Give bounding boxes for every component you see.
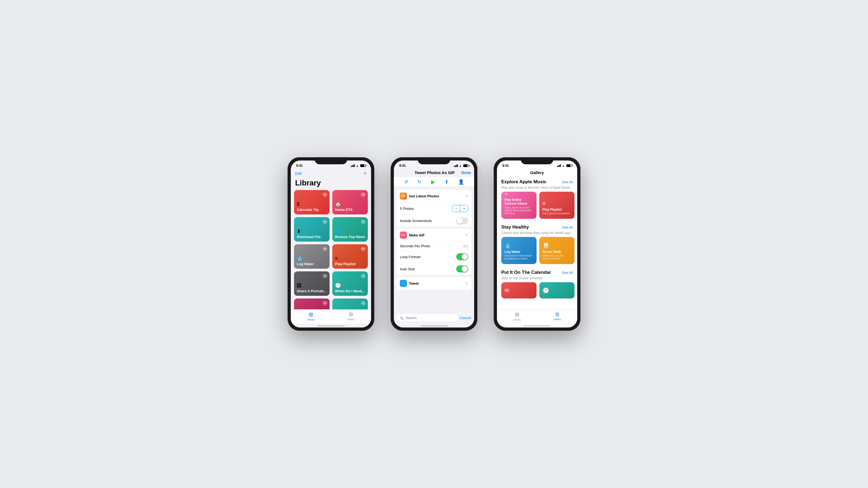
redo-button[interactable]: ↻ (417, 179, 422, 185)
grid-item-download-file[interactable]: ••• ⬇ Download File (294, 217, 330, 241)
grid-item-log-water[interactable]: ••• 💧 Log Water (294, 244, 330, 269)
stepper-minus[interactable]: − (453, 205, 460, 212)
library-screen: 9:41 ▲ Edit + Library (291, 161, 371, 327)
stepper-plus[interactable]: + (460, 205, 468, 212)
home-bar (317, 325, 344, 326)
notch (315, 157, 347, 164)
seconds-per-photo-row: Seconds Per Photo 0.2 (397, 241, 471, 251)
tab-library-gallery-label: Library (513, 318, 521, 321)
log-water-gallery-title: Log Water (504, 250, 533, 254)
make-gif-title: Make GIF (409, 233, 425, 237)
gallery-card-log-water[interactable]: 💧 Log Water Keep track of daily intake b… (501, 237, 536, 264)
action-header-make-gif: GIF Make GIF ✕ (397, 229, 471, 241)
apple-music-see-all[interactable]: See All (562, 180, 573, 184)
include-screenshots-label: Include Screenshots (400, 219, 432, 223)
play-playlist-gallery-title: Play Playlist (542, 208, 571, 212)
loop-forever-row: Loop Forever (397, 251, 471, 263)
gallery-card-clock[interactable]: 🕐 (539, 282, 575, 298)
notch-3 (521, 157, 553, 164)
tab-gallery-label: Gallery (347, 318, 355, 321)
search-input[interactable] (405, 316, 455, 320)
more-btn-calculate-tip[interactable]: ••• (322, 192, 328, 197)
photos-stepper[interactable]: − + (452, 205, 468, 212)
tab-library-gallery-screen[interactable]: ⊞ Library (497, 311, 537, 321)
calendar-title: Put It On The Calendar (501, 270, 551, 275)
iphone-gallery: 9:41 ▲ Gallery (494, 157, 581, 331)
cancel-button[interactable]: Cancel (460, 316, 471, 320)
play-playlist-gallery-icon: ≡ (542, 200, 571, 206)
wifi-icon: ▲ (356, 164, 359, 167)
more-btn-aww[interactable]: ••• (322, 301, 328, 305)
more-btn-laundry[interactable]: ••• (361, 301, 366, 305)
tab-library-label: Library (307, 318, 315, 321)
grid-item-home-eta[interactable]: ••• 🏠 Home ETA (332, 190, 368, 215)
play-button[interactable]: ▶ (431, 178, 435, 185)
gallery-card-brush-teeth[interactable]: 🦷 Brush Teeth Make sure you add minutes … (539, 237, 575, 264)
loop-forever-toggle[interactable] (456, 253, 468, 260)
grid-item-when-do-i-need[interactable]: ••• 🕐 When Do I Need... (332, 271, 368, 296)
more-btn-when[interactable]: ••• (361, 273, 366, 279)
add-button[interactable]: + (364, 170, 367, 176)
signal-icon-3 (557, 164, 561, 167)
seconds-per-photo-label: Seconds Per Photo (400, 244, 430, 248)
grid-item-aww[interactable]: ••• ❤ Aww (294, 298, 330, 310)
apple-music-title: Explore Apple Music (501, 179, 547, 185)
healthy-title: Stay Healthy (501, 225, 529, 230)
edit-button[interactable]: Edit (295, 171, 302, 176)
tab-library[interactable]: ⊞ Library (291, 311, 331, 321)
home-bar-2 (421, 325, 447, 326)
undo-button[interactable]: ↺ (404, 179, 408, 185)
log-water-icon: 💧 (297, 255, 327, 261)
gallery-card-play-playlist[interactable]: ≡ Play Playlist Start playing immediatel… (539, 192, 575, 219)
download-file-icon: ⬇ (297, 228, 327, 234)
close-make-gif[interactable]: ✕ (465, 233, 468, 238)
healthy-subtitle: Control your personal data using the Hea… (497, 231, 577, 237)
healthy-see-all[interactable]: See All (562, 225, 573, 229)
more-btn-share-portrait[interactable]: ••• (322, 273, 328, 279)
tweet-gif-nav: Tweet Photos As GIF Done (394, 169, 474, 177)
iphone-tweet-gif: 9:41 ▲ Tweet Photos As GIF Done (391, 157, 477, 331)
tweet-gif-screen: 9:41 ▲ Tweet Photos As GIF Done (394, 161, 474, 327)
done-button[interactable]: Done (461, 170, 471, 175)
close-tweet[interactable]: ✕ (465, 281, 468, 286)
home-indicator-3 (497, 324, 577, 327)
tab-bar-library: ⊞ Library ⧉ Gallery (291, 310, 371, 324)
brush-teeth-title: Brush Teeth (542, 250, 571, 254)
settings-button[interactable]: 👤 (458, 179, 464, 185)
include-screenshots-toggle[interactable] (456, 217, 468, 224)
action-header-tweet: 🐦 Tweet ✕ (397, 277, 471, 290)
grid-item-share-portrait[interactable]: ••• 🖼 Share A Portrait... (294, 271, 330, 296)
action-header-get-photos: 🌸 Get Latest Photos ✕ (397, 190, 471, 202)
calculate-tip-label: Calculate Tip (297, 208, 327, 212)
share-button[interactable]: ⬆ (444, 179, 448, 185)
loop-forever-label: Loop Forever (400, 255, 421, 259)
grid-item-browse-news[interactable]: ••• 🌐 Browse Top News (332, 217, 368, 241)
more-btn-home-eta[interactable]: ••• (361, 192, 366, 197)
auto-size-row: Auto Size (397, 263, 471, 275)
action-card-make-gif: GIF Make GIF ✕ Seconds Per Photo 0.2 Loo… (397, 229, 471, 275)
grid-item-laundry-timer[interactable]: ••• 🕐 Laundry Timer (332, 298, 368, 310)
gallery-card-play-album[interactable]: ♪ Play Entire Current Album Takes album … (501, 192, 536, 219)
tab-gallery[interactable]: ⧉ Gallery (331, 311, 371, 321)
get-photos-title: Get Latest Photos (409, 194, 439, 198)
home-eta-icon: 🏠 (335, 201, 365, 207)
tab-gallery-active[interactable]: ⧉ Gallery (537, 311, 577, 321)
more-btn-play-playlist[interactable]: ••• (361, 247, 366, 251)
clock-gallery-icon: 🕐 (542, 287, 571, 294)
more-btn-browse-news[interactable]: ••• (361, 219, 366, 224)
grid-item-play-playlist[interactable]: ••• ≡ Play Playlist (332, 244, 368, 269)
battery-icon (360, 164, 366, 167)
calendar-see-all[interactable]: See All (562, 270, 573, 274)
auto-size-toggle[interactable] (456, 265, 468, 272)
close-get-photos[interactable]: ✕ (465, 194, 468, 199)
home-indicator-2 (394, 324, 474, 327)
photos-count-label: 5 Photos (400, 206, 414, 210)
grid-item-calculate-tip[interactable]: ••• $ Calculate Tip (294, 190, 330, 215)
more-btn-log-water[interactable]: ••• (322, 247, 328, 251)
gallery-content: Explore Apple Music See All Play your tu… (497, 177, 577, 310)
home-eta-label: Home ETA (335, 208, 365, 212)
gallery-card-mail[interactable]: ✉ (501, 282, 536, 298)
status-icons: ▲ (351, 164, 366, 167)
more-btn-download-file[interactable]: ••• (322, 219, 328, 224)
log-water-gallery-icon: 💧 (504, 242, 533, 249)
